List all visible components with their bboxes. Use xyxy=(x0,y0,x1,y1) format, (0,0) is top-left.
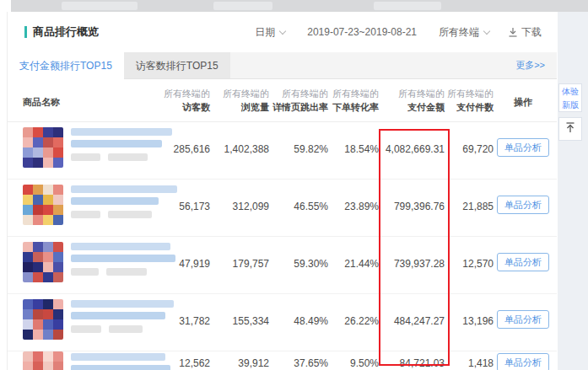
visitors-value: 31,782 xyxy=(158,316,210,351)
tab-bar: 支付金额排行TOP15 访客数排行TOP15 更多>> xyxy=(8,52,557,79)
product-name-blurred[interactable] xyxy=(71,353,170,370)
chevron-down-icon xyxy=(483,27,490,34)
download-icon xyxy=(508,27,518,37)
column-header-metric-2: 所有终端的详情页跳出率 xyxy=(269,79,328,121)
payment-items-value: 12,570 xyxy=(445,259,494,293)
visitors-value: 47,919 xyxy=(158,259,210,293)
header-metric-name: 详情页跳出率 xyxy=(269,100,328,114)
page-top-cutoff-strip xyxy=(11,0,588,12)
back-to-top-icon xyxy=(564,121,576,137)
header-metric-name: 访客数 xyxy=(158,100,210,114)
header-prefix: 所有终端的 xyxy=(328,88,379,100)
table-row: 285,6161,402,38859.82%18.54%4,082,669.31… xyxy=(8,122,557,180)
views-value: 39,912 xyxy=(210,358,269,370)
visitors-value: 12,562 xyxy=(158,358,210,370)
header-metric-name: 支付件数 xyxy=(445,100,494,114)
date-range-value[interactable]: 2019-07-23~2019-08-21 xyxy=(307,26,417,38)
views-value: 179,757 xyxy=(210,259,269,293)
download-button[interactable]: 下载 xyxy=(508,25,542,40)
tab-payment-amount-top15[interactable]: 支付金额排行TOP15 xyxy=(8,52,124,79)
action-cell: 单品分析 xyxy=(494,294,553,351)
product-cell xyxy=(23,180,158,236)
header-prefix: 所有终端的 xyxy=(445,88,494,100)
conversion-rate-value: 26.22% xyxy=(328,316,379,351)
table-row: 12,56239,91237.65%9.50%84,721.031,418单品分… xyxy=(8,351,557,370)
table-header-row: 商品名称 所有终端的访客数所有终端的浏览量所有终端的详情页跳出率所有终端的下单转… xyxy=(8,79,557,122)
header-metric-name: 下单转化率 xyxy=(328,100,379,114)
action-cell: 单品分析 xyxy=(494,237,553,293)
header-prefix: 所有终端的 xyxy=(158,88,210,100)
action-cell: 单品分析 xyxy=(494,351,553,370)
metric-column-headers: 所有终端的访客数所有终端的浏览量所有终端的详情页跳出率所有终端的下单转化率所有终… xyxy=(158,79,494,121)
header-prefix: 所有终端的 xyxy=(210,88,269,100)
item-analysis-button[interactable]: 单品分析 xyxy=(497,310,549,329)
header-metric-name: 浏览量 xyxy=(210,100,269,114)
product-name-blurred[interactable] xyxy=(71,128,172,179)
payment-items-value: 69,720 xyxy=(445,144,494,179)
column-header-metric-3: 所有终端的下单转化率 xyxy=(328,79,379,121)
payment-amount-value: 4,082,669.31 xyxy=(379,144,445,179)
panel-title-row: 商品排行概览 日期 2019-07-23~2019-08-21 所有终端 下载 xyxy=(8,12,557,52)
conversion-rate-value: 23.89% xyxy=(328,201,379,236)
product-cell xyxy=(23,122,158,179)
product-thumbnail[interactable] xyxy=(23,185,63,225)
terminal-dropdown[interactable]: 所有终端 xyxy=(439,25,489,40)
tab-visitors-top15[interactable]: 访客数排行TOP15 xyxy=(124,52,230,79)
column-header-metric-4: 所有终端的支付金额 xyxy=(379,79,445,121)
header-prefix: 所有终端的 xyxy=(379,88,445,100)
visitors-value: 285,616 xyxy=(158,144,210,179)
product-cell xyxy=(23,351,158,370)
item-analysis-button[interactable]: 单品分析 xyxy=(497,196,549,214)
payment-items-value: 21,885 xyxy=(445,201,494,236)
page-side-background xyxy=(558,12,588,370)
bounce-rate-value: 59.82% xyxy=(269,144,328,179)
more-link[interactable]: 更多>> xyxy=(515,59,545,72)
column-header-metric-5: 所有终端的支付件数 xyxy=(445,79,494,121)
header-controls: 日期 2019-07-23~2019-08-21 所有终端 下载 xyxy=(255,25,557,40)
date-dropdown[interactable]: 日期 xyxy=(255,25,285,40)
header-prefix: 所有终端的 xyxy=(269,88,328,100)
title-accent-bar xyxy=(24,26,27,38)
payment-items-value: 13,196 xyxy=(445,316,494,351)
bounce-rate-value: 59.30% xyxy=(269,259,328,293)
header-metric-name: 支付金额 xyxy=(379,100,445,114)
chevron-down-icon xyxy=(279,27,286,34)
table-row: 31,782155,33448.49%26.22%484,247.2713,19… xyxy=(8,294,557,351)
item-analysis-button[interactable]: 单品分析 xyxy=(497,253,549,271)
item-analysis-button[interactable]: 单品分析 xyxy=(497,353,549,370)
try-new-version-button[interactable]: 体验新版 xyxy=(558,83,582,112)
column-header-product-name: 商品名称 xyxy=(23,79,158,121)
product-thumbnail[interactable] xyxy=(23,127,63,168)
views-value: 1,402,388 xyxy=(210,144,269,179)
product-thumbnail[interactable] xyxy=(23,351,63,370)
payment-amount-value: 84,721.03 xyxy=(379,358,445,370)
product-cell xyxy=(23,294,158,351)
product-thumbnail[interactable] xyxy=(23,242,63,282)
back-to-top-button[interactable] xyxy=(558,117,582,141)
payment-amount-value: 739,937.28 xyxy=(379,259,445,293)
payment-items-value: 1,418 xyxy=(445,358,494,370)
product-thumbnail[interactable] xyxy=(23,299,63,340)
column-header-metric-0: 所有终端的访客数 xyxy=(158,79,210,121)
table-row: 56,173312,09946.55%23.89%799,396.7621,88… xyxy=(8,180,557,237)
payment-amount-value: 799,396.76 xyxy=(379,201,445,236)
views-value: 312,099 xyxy=(210,201,269,236)
visitors-value: 56,173 xyxy=(158,201,210,236)
bounce-rate-value: 37.65% xyxy=(269,358,328,370)
tab-bar-filler: 更多>> xyxy=(230,52,557,79)
views-value: 155,334 xyxy=(210,316,269,351)
action-cell: 单品分析 xyxy=(494,180,553,236)
column-header-action: 操作 xyxy=(494,79,553,121)
action-cell: 单品分析 xyxy=(494,122,553,179)
table-body: 285,6161,402,38859.82%18.54%4,082,669.31… xyxy=(8,122,557,370)
conversion-rate-value: 18.54% xyxy=(328,144,379,179)
item-analysis-button[interactable]: 单品分析 xyxy=(497,138,549,157)
conversion-rate-value: 9.50% xyxy=(328,358,379,370)
table-row: 47,919179,75759.30%21.44%739,937.2812,57… xyxy=(8,237,557,294)
payment-amount-value: 484,247.27 xyxy=(379,316,445,351)
conversion-rate-value: 21.44% xyxy=(328,259,379,293)
bounce-rate-value: 46.55% xyxy=(269,201,328,236)
column-header-metric-1: 所有终端的浏览量 xyxy=(210,79,269,121)
product-cell xyxy=(23,237,158,293)
page-title: 商品排行概览 xyxy=(33,24,99,40)
